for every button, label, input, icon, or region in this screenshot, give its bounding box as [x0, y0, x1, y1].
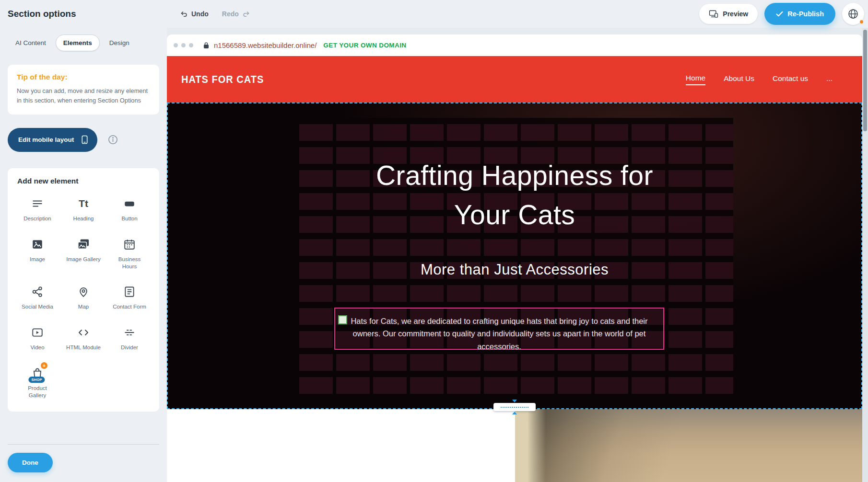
add-element-title: Add new element	[17, 177, 152, 185]
video-icon	[31, 325, 44, 340]
description-icon	[31, 196, 44, 211]
redo-label: Redo	[222, 10, 239, 18]
element-label: Business Hours	[112, 256, 147, 270]
republish-button[interactable]: Re-Publish	[764, 3, 835, 25]
next-section	[167, 409, 862, 482]
tip-of-the-day-card: Tip of the day: Now you can add, move an…	[8, 65, 159, 115]
editor-canvas: n1566589.websitebuilder.online/ GET YOUR…	[167, 28, 862, 482]
scrollbar-thumb[interactable]	[863, 30, 867, 131]
add-element-description[interactable]: Description	[14, 196, 60, 222]
section-resize-handle[interactable]	[493, 400, 536, 414]
image-icon	[31, 237, 44, 252]
add-element-image[interactable]: Image	[14, 237, 60, 270]
edit-mobile-layout-button[interactable]: Edit mobile layout	[8, 128, 97, 152]
undo-button[interactable]: Undo	[180, 10, 209, 18]
edit-mobile-label: Edit mobile layout	[18, 136, 74, 143]
selected-paragraph-element[interactable]: Hats for Cats, we are dedicated to craft…	[334, 308, 664, 350]
redo-button[interactable]: Redo	[222, 10, 250, 18]
hero-heading[interactable]: Crafting Happiness for Your Cats	[349, 156, 680, 234]
site-header: HATS FOR CATS Home About Us Contact us .…	[167, 56, 862, 103]
social-media-icon	[31, 284, 44, 299]
preview-button[interactable]: Preview	[699, 4, 758, 24]
add-element-video[interactable]: Video	[14, 325, 60, 351]
window-dots	[174, 43, 193, 47]
nav-about[interactable]: About Us	[724, 74, 754, 85]
element-label: Divider	[121, 344, 138, 351]
browser-chrome: n1566589.websitebuilder.online/ GET YOUR…	[167, 34, 862, 56]
globe-icon	[847, 8, 859, 20]
page-scrollbar	[862, 28, 868, 482]
html-module-icon	[77, 325, 90, 340]
tip-body: Now you can add, move and resize any ele…	[17, 86, 150, 105]
contact-form-icon	[123, 284, 136, 299]
redo-icon	[242, 10, 250, 18]
hero-subheading[interactable]: More than Just Accessories	[168, 261, 861, 278]
window-dot	[181, 43, 186, 47]
nav-contact[interactable]: Contact us	[773, 74, 808, 85]
notification-dot	[860, 20, 863, 23]
heading-icon: Tt	[79, 196, 88, 211]
tab-design[interactable]: Design	[102, 34, 137, 51]
element-label: Product Gallery	[20, 385, 55, 399]
website-preview: HATS FOR CATS Home About Us Contact us .…	[167, 56, 862, 482]
element-label: HTML Module	[66, 344, 101, 351]
add-element-image-gallery[interactable]: Image Gallery	[60, 237, 106, 270]
map-icon	[77, 284, 90, 299]
element-label: Contact Form	[113, 303, 146, 310]
site-nav: Home About Us Contact us ...	[686, 74, 846, 85]
image-gallery-icon	[77, 237, 90, 252]
tab-elements[interactable]: Elements	[56, 34, 100, 51]
add-element-divider[interactable]: Divider	[106, 325, 152, 351]
add-element-contact-form[interactable]: Contact Form	[106, 284, 152, 310]
add-element-map[interactable]: Map	[60, 284, 106, 310]
window-dot	[189, 43, 193, 47]
next-section-blank	[167, 409, 515, 482]
add-element-button[interactable]: Button	[106, 196, 152, 222]
hero-section[interactable]: Crafting Happiness for Your Cats More th…	[167, 103, 862, 409]
add-new-element-card: Add new element Description Tt Heading B…	[8, 168, 159, 412]
chevron-up-icon	[512, 412, 517, 414]
hero-content: Crafting Happiness for Your Cats More th…	[168, 103, 861, 278]
element-label: Map	[78, 303, 89, 310]
divider-icon	[123, 325, 136, 340]
nav-more[interactable]: ...	[826, 74, 833, 85]
site-logo[interactable]: HATS FOR CATS	[181, 73, 264, 86]
plus-badge-icon: +	[41, 362, 47, 369]
get-domain-link[interactable]: GET YOUR OWN DOMAIN	[323, 42, 406, 49]
business-hours-icon	[123, 237, 136, 252]
element-label: Image	[30, 256, 45, 263]
add-element-html-module[interactable]: HTML Module	[60, 325, 106, 351]
add-element-product-gallery[interactable]: + SHOP Product Gallery	[14, 366, 60, 399]
check-icon	[776, 11, 783, 17]
add-element-social-media[interactable]: Social Media	[14, 284, 60, 310]
republish-label: Re-Publish	[787, 10, 824, 18]
element-grid: Description Tt Heading Button Image	[14, 196, 152, 400]
tab-ai-content[interactable]: AI Content	[8, 34, 54, 51]
sidebar-divider	[8, 444, 159, 445]
nav-home[interactable]: Home	[686, 74, 705, 85]
element-label: Social Media	[22, 303, 53, 310]
tip-title: Tip of the day:	[17, 73, 150, 81]
dotted-line	[501, 407, 528, 408]
hero-paragraph[interactable]: Hats for Cats, we are dedicated to craft…	[341, 315, 657, 353]
chevron-down-icon	[512, 400, 517, 402]
pavement-photo	[515, 409, 862, 482]
element-label: Heading	[73, 215, 94, 222]
language-globe-button[interactable]	[842, 3, 864, 25]
element-resize-handle[interactable]	[338, 315, 347, 324]
undo-icon	[180, 10, 188, 18]
add-element-heading[interactable]: Tt Heading	[60, 196, 106, 222]
site-url[interactable]: n1566589.websitebuilder.online/	[214, 41, 317, 49]
shop-badge: SHOP	[28, 377, 45, 383]
mobile-layout-row: Edit mobile layout	[8, 128, 159, 152]
done-button[interactable]: Done	[8, 453, 53, 472]
add-element-business-hours[interactable]: Business Hours	[106, 237, 152, 270]
undo-label: Undo	[191, 10, 209, 18]
element-label: Description	[23, 215, 51, 222]
preview-devices-icon	[709, 10, 718, 18]
element-label: Video	[30, 344, 44, 351]
element-label: Image Gallery	[66, 256, 101, 263]
sidebar-tabs: AI Content Elements Design	[8, 34, 167, 51]
info-icon[interactable]	[108, 135, 118, 145]
section-options-sidebar: AI Content Elements Design Tip of the da…	[0, 28, 167, 482]
